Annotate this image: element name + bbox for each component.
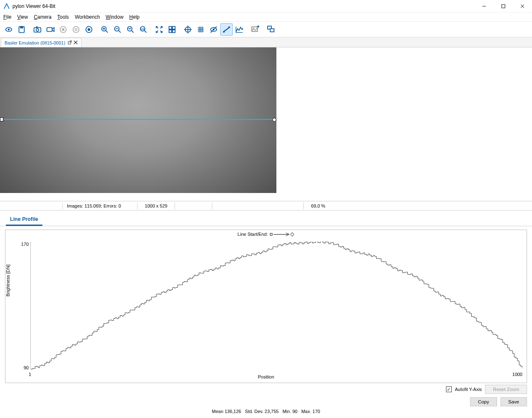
tab-label: Basler Emulation (0815-0001) bbox=[5, 40, 65, 45]
svg-rect-16 bbox=[76, 28, 77, 31]
window-close-button[interactable] bbox=[513, 0, 532, 12]
svg-rect-49 bbox=[229, 26, 230, 28]
svg-line-20 bbox=[106, 30, 108, 32]
status-zoom: 69,0 % bbox=[303, 203, 332, 209]
svg-rect-7 bbox=[20, 26, 23, 28]
zoom-out-button[interactable] bbox=[111, 23, 124, 36]
menu-tools[interactable]: Tools bbox=[57, 14, 69, 20]
line-profile-chart: Line Start/End: Brightness [DN] Position… bbox=[5, 230, 527, 383]
pause-button[interactable] bbox=[70, 23, 82, 36]
x-tick-max: 1000 bbox=[512, 372, 522, 377]
svg-point-5 bbox=[8, 28, 10, 30]
windows-button[interactable] bbox=[265, 23, 277, 36]
svg-marker-61 bbox=[272, 118, 276, 122]
svg-point-53 bbox=[253, 27, 254, 29]
svg-point-9 bbox=[36, 28, 39, 31]
grid-button[interactable] bbox=[166, 23, 178, 36]
status-resolution: 1000 x 529 bbox=[137, 203, 175, 209]
svg-rect-13 bbox=[62, 28, 64, 31]
record-button[interactable] bbox=[83, 23, 95, 36]
svg-line-27 bbox=[132, 30, 134, 32]
close-tab-icon[interactable] bbox=[74, 40, 78, 45]
svg-rect-62 bbox=[270, 233, 272, 235]
line-profile-tab[interactable]: Line Profile bbox=[6, 214, 42, 226]
menu-camera[interactable]: Camera bbox=[34, 14, 52, 20]
save-button[interactable] bbox=[15, 23, 28, 36]
menu-view[interactable]: View bbox=[17, 14, 28, 20]
singleshot-button[interactable] bbox=[31, 23, 44, 36]
zoom-in-button[interactable] bbox=[99, 23, 111, 36]
window-titlebar: pylon Viewer 64-Bit bbox=[0, 0, 532, 12]
legend-marker-icon bbox=[269, 232, 294, 237]
line-profile-panel: Line Start/End: Brightness [DN] Position… bbox=[0, 226, 532, 418]
chart-controls: ✓ Autofit Y-Axis Reset Zoom bbox=[5, 383, 527, 396]
svg-line-24 bbox=[119, 30, 121, 32]
profile-line-end-handle[interactable] bbox=[272, 117, 276, 121]
svg-rect-31 bbox=[169, 26, 172, 29]
x-axis-label: Position bbox=[258, 374, 274, 379]
svg-rect-1 bbox=[502, 5, 505, 8]
popout-icon[interactable] bbox=[68, 40, 72, 45]
svg-rect-32 bbox=[172, 26, 175, 29]
y-tick-max: 170 bbox=[20, 242, 29, 247]
window-minimize-button[interactable] bbox=[475, 0, 494, 12]
status-images: Images: 115.069; Errors: 0 bbox=[62, 203, 137, 209]
svg-rect-11 bbox=[47, 27, 52, 31]
menu-help[interactable]: Help bbox=[129, 14, 140, 20]
y-axis-label: Brightness [DN] bbox=[5, 264, 10, 296]
image-viewer bbox=[0, 47, 532, 201]
gridlines-button[interactable] bbox=[195, 23, 207, 36]
svg-text:100: 100 bbox=[141, 27, 145, 30]
svg-rect-57 bbox=[270, 29, 274, 32]
autofit-label: Autofit Y-Axis bbox=[455, 387, 482, 392]
menu-window[interactable]: Window bbox=[106, 14, 123, 20]
svg-point-14 bbox=[73, 26, 79, 32]
crosshair-button[interactable] bbox=[182, 23, 194, 36]
menubar: File View Camera Tools Workbench Window … bbox=[0, 12, 532, 22]
document-tabstrip: Basler Emulation (0815-0001) bbox=[0, 37, 532, 47]
menu-file[interactable]: File bbox=[3, 14, 11, 20]
x-tick-min: 1 bbox=[29, 372, 31, 377]
stop-button[interactable] bbox=[57, 23, 69, 36]
copy-button[interactable]: Copy bbox=[470, 397, 497, 406]
chart-legend: Line Start/End: bbox=[5, 230, 527, 238]
camera-tab[interactable]: Basler Emulation (0815-0001) bbox=[1, 38, 81, 47]
add-image-button[interactable] bbox=[249, 23, 261, 36]
svg-rect-10 bbox=[36, 26, 38, 27]
svg-rect-48 bbox=[223, 31, 225, 32]
overlay-button[interactable] bbox=[207, 23, 220, 36]
zoom-100-button[interactable]: 100 bbox=[137, 23, 150, 36]
svg-line-29 bbox=[145, 30, 147, 32]
zoom-fit-button[interactable] bbox=[124, 23, 137, 36]
menu-workbench[interactable]: Workbench bbox=[75, 14, 100, 20]
y-tick-min: 90 bbox=[20, 365, 29, 370]
svg-rect-34 bbox=[172, 30, 175, 32]
window-maximize-button[interactable] bbox=[494, 0, 513, 12]
open-device-button[interactable] bbox=[2, 23, 15, 36]
window-title: pylon Viewer 64-Bit bbox=[12, 3, 475, 9]
svg-marker-64 bbox=[291, 232, 294, 236]
profile-line[interactable] bbox=[0, 119, 276, 120]
camera-image[interactable] bbox=[0, 47, 276, 193]
autofit-checkbox[interactable]: ✓ bbox=[446, 386, 452, 392]
continuous-button[interactable] bbox=[44, 23, 57, 36]
chart-action-buttons: Copy Save bbox=[5, 396, 527, 408]
svg-rect-15 bbox=[75, 28, 76, 31]
toolbar: 100 bbox=[0, 22, 532, 37]
svg-rect-33 bbox=[169, 30, 172, 32]
profile-line-start-handle[interactable] bbox=[0, 117, 3, 121]
histogram-button[interactable] bbox=[233, 23, 246, 36]
app-icon bbox=[3, 3, 10, 10]
svg-point-18 bbox=[88, 28, 90, 30]
chart-stats: Mean 136,126 Std. Dev. 23,755 Min. 90 Ma… bbox=[5, 408, 527, 416]
panel-tabstrip: Line Profile bbox=[0, 215, 532, 226]
image-statusbar: Images: 115.069; Errors: 0 1000 x 529 69… bbox=[0, 201, 532, 210]
line-profile-button[interactable] bbox=[220, 23, 233, 36]
reset-zoom-button[interactable]: Reset Zoom bbox=[485, 385, 527, 394]
save-chart-button[interactable]: Save bbox=[500, 397, 527, 406]
fullscreen-button[interactable] bbox=[153, 23, 165, 36]
chart-plot[interactable] bbox=[30, 242, 522, 370]
